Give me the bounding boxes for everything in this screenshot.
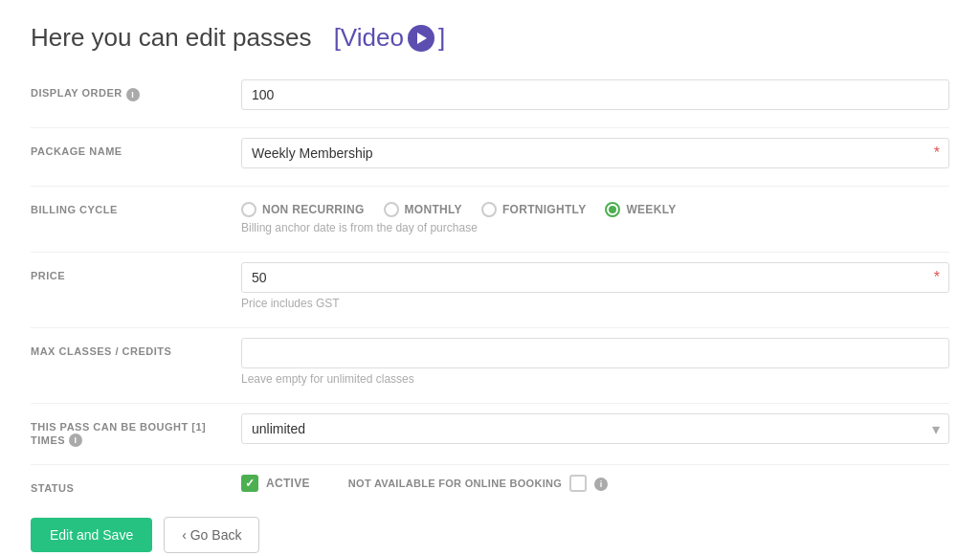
status-row: STATUS ACTIVE NOT AVAILABLE FOR ONLINE B… — [31, 475, 949, 494]
radio-weekly-indicator — [605, 202, 620, 217]
radio-non-recurring[interactable]: NON RECURRING — [241, 202, 365, 217]
max-classes-label: MAX CLASSES / CREDITS — [31, 338, 241, 357]
status-label: STATUS — [31, 475, 241, 494]
radio-fortnightly[interactable]: FORTNIGHTLY — [481, 202, 587, 217]
radio-monthly[interactable]: MONTHLY — [384, 202, 462, 217]
times-row: THIS PASS CAN BE BOUGHT [1] TIMES i unli… — [31, 413, 949, 447]
radio-weekly[interactable]: WEEKLY — [605, 202, 676, 217]
not-available-checkbox[interactable] — [569, 475, 587, 492]
display-order-info-icon[interactable]: i — [126, 88, 140, 101]
package-name-label: PACKAGE NAME — [31, 138, 241, 157]
billing-cycle-row: BILLING CYCLE NON RECURRING MONTHLY FORT… — [31, 196, 949, 234]
display-order-input[interactable] — [241, 79, 949, 110]
status-active-checkbox[interactable]: ACTIVE — [241, 475, 310, 492]
max-classes-row: MAX CLASSES / CREDITS Leave empty for un… — [31, 338, 949, 386]
max-classes-hint: Leave empty for unlimited classes — [241, 372, 949, 386]
billing-cycle-field: NON RECURRING MONTHLY FORTNIGHTLY WEEKLY… — [241, 196, 949, 234]
display-order-label: DISPLAY ORDER i — [31, 79, 241, 101]
price-field: * Price includes GST — [241, 262, 949, 310]
button-row: Edit and Save ‹ Go Back — [31, 517, 949, 553]
not-available-label: NOT AVAILABLE FOR ONLINE BOOKING — [348, 477, 562, 490]
times-label: THIS PASS CAN BE BOUGHT [1] TIMES i — [31, 413, 241, 447]
price-required: * — [934, 269, 940, 286]
video-link[interactable]: [Video ] — [334, 23, 446, 53]
status-options-group: ACTIVE NOT AVAILABLE FOR ONLINE BOOKING … — [241, 475, 949, 492]
billing-options-group: NON RECURRING MONTHLY FORTNIGHTLY WEEKLY — [241, 196, 949, 217]
status-field: ACTIVE NOT AVAILABLE FOR ONLINE BOOKING … — [241, 475, 949, 492]
page-title: Here you can edit passes [Video ] — [31, 23, 949, 53]
package-name-input[interactable] — [241, 138, 949, 168]
price-input[interactable] — [241, 262, 949, 293]
display-order-field — [241, 79, 949, 110]
price-row: PRICE * Price includes GST — [31, 262, 949, 310]
billing-cycle-label: BILLING CYCLE — [31, 196, 241, 215]
billing-hint: Billing anchor date is from the day of p… — [241, 221, 949, 234]
max-classes-input[interactable] — [241, 338, 949, 368]
times-info-icon[interactable]: i — [69, 434, 82, 447]
max-classes-field: Leave empty for unlimited classes — [241, 338, 949, 386]
package-name-required: * — [934, 145, 940, 162]
package-name-field: * — [241, 138, 949, 168]
not-available-info-icon[interactable]: i — [594, 478, 608, 491]
play-icon[interactable] — [408, 25, 434, 52]
back-button[interactable]: ‹ Go Back — [164, 517, 259, 553]
radio-fortnightly-indicator — [481, 202, 497, 217]
times-select-wrapper: unlimited 1 2 3 5 10 ▾ — [241, 413, 949, 444]
radio-non-recurring-indicator — [241, 202, 256, 217]
package-name-row: PACKAGE NAME * — [31, 138, 949, 168]
status-active-indicator — [241, 475, 258, 492]
save-button[interactable]: Edit and Save — [31, 518, 152, 552]
times-select[interactable]: unlimited 1 2 3 5 10 — [241, 413, 949, 444]
not-available-group: NOT AVAILABLE FOR ONLINE BOOKING i — [348, 475, 608, 492]
price-label: PRICE — [31, 262, 241, 281]
status-active-label: ACTIVE — [266, 477, 310, 490]
radio-monthly-indicator — [384, 202, 399, 217]
times-field: unlimited 1 2 3 5 10 ▾ — [241, 413, 949, 444]
display-order-row: DISPLAY ORDER i — [31, 79, 949, 110]
price-hint: Price includes GST — [241, 297, 949, 310]
